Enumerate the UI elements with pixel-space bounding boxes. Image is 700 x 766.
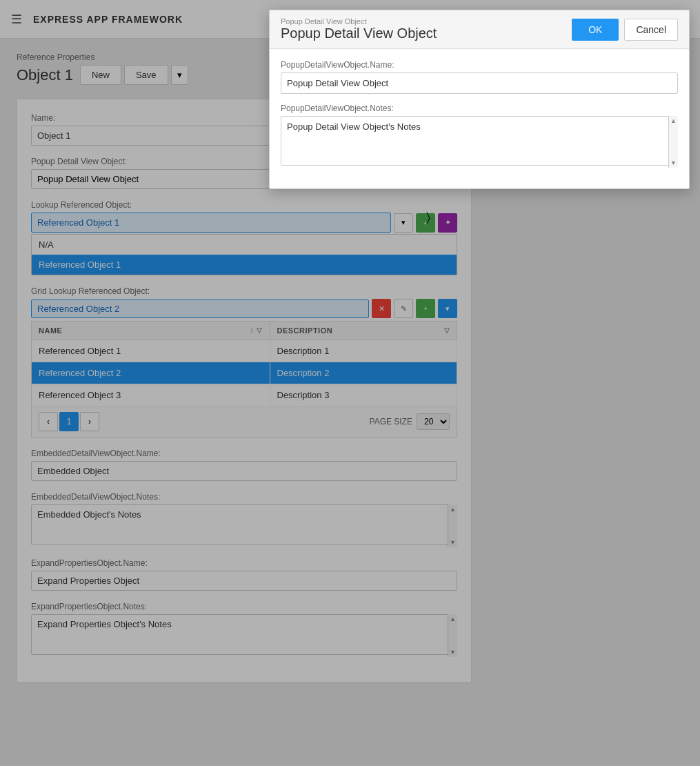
modal-notes-textarea[interactable]: Popup Detail View Object's Notes — [281, 116, 678, 166]
modal-scroll-up-icon[interactable]: ▲ — [670, 117, 677, 124]
modal-scroll-down-icon[interactable]: ▼ — [670, 159, 677, 166]
modal-header: Popup Detail View Object Popup Detail Vi… — [270, 10, 689, 49]
modal-name-field-group: PopupDetailViewObject.Name: — [281, 60, 678, 94]
modal-title: Popup Detail View Object — [281, 26, 437, 41]
modal-notes-wrapper: Popup Detail View Object's Notes ▲ ▼ — [281, 116, 678, 168]
modal-header-left: Popup Detail View Object Popup Detail Vi… — [281, 17, 437, 41]
modal-name-input[interactable] — [281, 72, 678, 94]
modal-header-buttons: OK Cancel — [572, 19, 678, 41]
modal-notes-scrollbar: ▲ ▼ — [668, 116, 678, 168]
modal-name-label: PopupDetailViewObject.Name: — [281, 60, 678, 70]
modal-ok-button[interactable]: OK — [572, 19, 619, 41]
modal-notes-field-group: PopupDetailViewObject.Notes: Popup Detai… — [281, 104, 678, 168]
modal-notes-label: PopupDetailViewObject.Notes: — [281, 104, 678, 113]
modal-subtitle: Popup Detail View Object — [281, 17, 437, 26]
modal-cancel-button[interactable]: Cancel — [624, 19, 678, 41]
modal-dialog: Popup Detail View Object Popup Detail Vi… — [269, 10, 690, 189]
modal-body: PopupDetailViewObject.Name: PopupDetailV… — [270, 49, 689, 188]
